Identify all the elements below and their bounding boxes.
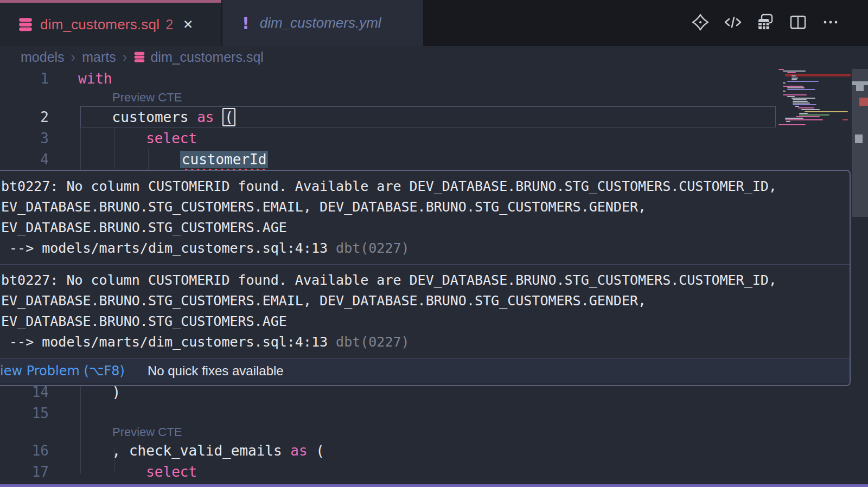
error-source: dbt(0227) (336, 334, 409, 350)
error-message-block: bt0227: No column CUSTOMERID found. Avai… (0, 265, 850, 358)
no-quick-fixes-label: No quick fixes available (148, 363, 284, 379)
chevron-right-icon: › (71, 49, 76, 66)
code-line-4: 4 customerId (0, 149, 268, 170)
minimap-line (783, 91, 786, 92)
minimap-line (786, 121, 790, 122)
tab-title: dim_customers.yml (260, 15, 381, 31)
line-number: 3 (0, 130, 49, 146)
code-line-15: 15 (0, 402, 49, 424)
codelens-preview-cte[interactable]: Preview CTE (112, 91, 182, 107)
minimap-line (783, 82, 786, 84)
line-number-active: 2 (0, 109, 49, 125)
error-location-line: --> models/marts/dim_customers.sql:4:13 … (1, 332, 850, 353)
compile-code-icon[interactable] (724, 13, 742, 31)
cte-name: , check_valid_emails (112, 443, 291, 459)
hover-status-bar: iew Problem (⌥F8) No quick fixes availab… (0, 358, 850, 383)
line-number: 15 (0, 405, 49, 421)
codelens-preview-cte[interactable]: Preview CTE (112, 425, 182, 441)
ruler-decoration (856, 85, 864, 91)
code-line-2: 2 customers as ( (0, 106, 235, 127)
error-text: EV_DATABASE.BRUNO.STG_CUSTOMERS.EMAIL, D… (1, 291, 850, 311)
minimap-line (843, 119, 848, 120)
minimap-line (783, 94, 807, 95)
breadcrumb-item-marts[interactable]: marts (82, 49, 116, 65)
problem-count-badge: 2 (165, 17, 173, 33)
database-icon (18, 17, 33, 32)
error-text: bt0227: No column CUSTOMERID found. Avai… (1, 270, 850, 291)
error-message-block: bt0227: No column CUSTOMERID found. Avai… (0, 171, 850, 264)
minimap-line (792, 79, 797, 80)
view-problem-link[interactable]: iew Problem (⌥F8) (0, 363, 125, 379)
ruler-decoration (859, 98, 868, 106)
editor-actions (691, 13, 840, 31)
error-text: EV_DATABASE.BRUNO.STG_CUSTOMERS.AGE (1, 311, 850, 332)
keyword-as: as (197, 109, 222, 125)
minimap-line (785, 118, 803, 119)
cte-name: customers (112, 109, 197, 125)
error-text: EV_DATABASE.BRUNO.STG_CUSTOMERS.EMAIL, D… (1, 197, 850, 217)
panel-border-bottom (0, 484, 868, 487)
code-line-16: 16 , check_valid_emails as ( (0, 440, 324, 461)
line-number: 16 (0, 443, 49, 459)
minimap-line (783, 86, 803, 87)
split-editor-icon[interactable] (789, 13, 807, 31)
minimap-line (793, 101, 808, 102)
breadcrumb-item-file[interactable]: dim_customers.sql (150, 49, 263, 65)
ruler-decoration (855, 134, 863, 143)
minimap-line (792, 98, 815, 99)
minimap-line (798, 107, 814, 108)
minimap-line (783, 71, 806, 72)
chevron-right-icon: › (123, 49, 127, 66)
minimap-line (787, 96, 795, 97)
ruler-decoration (852, 81, 868, 85)
tab-dim-customers-yml[interactable]: ! dim_customers.yml (222, 0, 423, 46)
error-token-customerid: customerId (180, 151, 269, 168)
error-location-line: --> models/marts/dim_customers.sql:4:13 … (1, 238, 850, 259)
minimap-line (792, 75, 796, 76)
minimap-line (785, 119, 823, 120)
more-actions-icon[interactable] (821, 13, 840, 31)
minimap-line (778, 124, 806, 125)
tab-dim-customers-sql[interactable]: dim_customers.sql 2 ✕ (0, 0, 221, 46)
line-number: 4 (0, 151, 49, 168)
minimap-line (805, 111, 848, 112)
query-results-icon[interactable] (756, 13, 775, 31)
warning-icon: ! (242, 14, 250, 33)
code-editor[interactable]: 1 with Preview CTE 2 customers as ( 3 se… (0, 68, 868, 487)
minimap-line (787, 72, 796, 73)
error-text: EV_DATABASE.BRUNO.STG_CUSTOMERS.AGE (1, 217, 850, 238)
tab-title: dim_customers.sql (40, 16, 159, 33)
keyword-as: as (290, 443, 316, 459)
minimap-line (799, 114, 829, 116)
minimap-line (799, 113, 808, 114)
code-line-17: 17 select (0, 461, 197, 482)
code-line-1: 1 with (0, 68, 112, 89)
line-number: 1 (0, 71, 49, 87)
text-cursor: ( (222, 108, 235, 126)
keyword-select: select (146, 130, 197, 146)
close-icon[interactable]: ✕ (183, 17, 193, 32)
minimap-line (793, 99, 807, 100)
dbt-power-user-icon[interactable] (691, 13, 710, 31)
minimap-line (778, 69, 784, 70)
database-icon (133, 51, 145, 63)
minimap-line (787, 87, 805, 88)
minimap-line (801, 109, 820, 110)
minimap-line (793, 102, 810, 104)
code-line-3: 3 select (0, 127, 197, 149)
minimap-line (795, 106, 799, 107)
minimap-line (787, 81, 819, 82)
line-number: 14 (0, 384, 49, 400)
tab-bar: dim_customers.sql 2 ✕ ! dim_customers.ym… (0, 0, 868, 46)
minimap-line (792, 78, 798, 79)
line-number: 17 (0, 464, 49, 480)
minimap-line (793, 104, 816, 105)
error-source: dbt(0227) (336, 240, 409, 256)
vscode-editor-window: dim_customers.sql 2 ✕ ! dim_customers.ym… (0, 0, 868, 487)
scrollbar-overview-ruler[interactable] (852, 68, 868, 487)
breadcrumb-item-models[interactable]: models (21, 49, 65, 65)
keyword-select: select (146, 464, 197, 480)
error-text: bt0227: No column CUSTOMERID found. Avai… (1, 176, 850, 197)
minimap-line (787, 89, 815, 90)
minimap-line (796, 116, 820, 117)
